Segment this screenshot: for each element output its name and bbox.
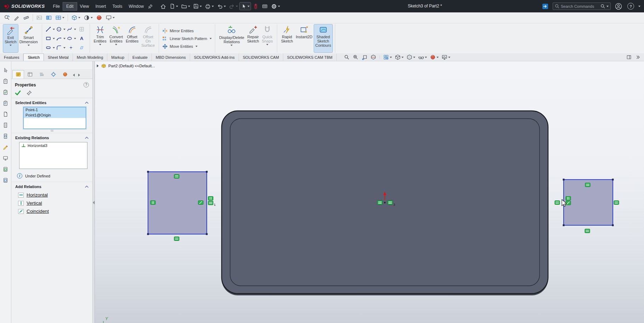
left-clipboard-button[interactable]	[2, 77, 10, 85]
existing-relations-listbox[interactable]: Horizontal3	[19, 142, 87, 169]
instant2d-button[interactable]: Instant2D	[294, 24, 314, 52]
tab-solidworks-cam-tbm[interactable]: SOLIDWORKS CAM TBM	[283, 53, 337, 61]
tab-markup[interactable]: Markup	[107, 53, 129, 61]
tab-evaluate[interactable]: Evaluate	[129, 53, 152, 61]
menu-file[interactable]: File	[50, 2, 63, 10]
circle-tool-button[interactable]	[55, 26, 63, 33]
selected-entity-item[interactable]: Point-1	[24, 107, 86, 113]
view-settings-button2[interactable]	[104, 14, 116, 22]
offset-entities-button[interactable]: Offset Entities	[124, 24, 140, 52]
edit-sketch-button[interactable]	[12, 14, 21, 22]
shaded-sketch-contours-button[interactable]: Shaded Sketch Contours	[314, 24, 333, 52]
relation-badge-vertical[interactable]	[566, 197, 571, 200]
configuration-manager-tab[interactable]	[24, 70, 36, 79]
plane-tool-button[interactable]	[78, 44, 85, 51]
property-manager-tab[interactable]	[12, 70, 24, 79]
vertex-handle[interactable]	[147, 171, 149, 173]
vertex-handle[interactable]	[206, 171, 208, 173]
left-document-gear-button[interactable]	[2, 132, 10, 140]
help-options-caret[interactable]	[638, 6, 640, 7]
menu-window[interactable]: Window	[125, 2, 147, 10]
previous-view-button[interactable]	[361, 54, 368, 61]
relation-badge-coincident[interactable]	[198, 201, 203, 205]
breadcrumb-text[interactable]: Part2 (Default) <<Default...	[108, 64, 155, 68]
slot-tool-button[interactable]	[45, 44, 52, 51]
left-clipboard-check-button[interactable]	[2, 88, 10, 96]
relation-badge-vertical[interactable]	[208, 197, 213, 200]
vertex-handle[interactable]	[612, 225, 614, 226]
sketch-picture-button[interactable]	[35, 14, 44, 22]
cam-manager-tab[interactable]	[59, 70, 71, 79]
add-vertical-relation-button[interactable]: Vertical	[17, 200, 43, 206]
save-button[interactable]	[192, 2, 203, 10]
expand-pane-button[interactable]	[626, 54, 632, 60]
tab-sheet-metal[interactable]: Sheet Metal	[44, 53, 73, 61]
display-delete-relations-button[interactable]: Display/Delete Relations	[218, 24, 246, 52]
relation-badge-horizontal[interactable]	[555, 201, 560, 205]
undo-button[interactable]	[216, 2, 227, 10]
panel-splitter[interactable]	[92, 61, 95, 323]
manager-tabs-prev-button[interactable]	[72, 72, 76, 79]
relation-badge-horizontal[interactable]	[377, 201, 382, 205]
tab-mbd-dimensions[interactable]: MBD Dimensions	[152, 53, 190, 61]
selected-entities-listbox[interactable]: Point-1 Point1@Origin	[23, 107, 86, 129]
login-button[interactable]	[614, 2, 623, 11]
add-coincident-relation-button[interactable]: Coincident	[17, 208, 50, 215]
exit-sketch-button[interactable]: Exit Sketch	[3, 24, 18, 52]
convert-entities-button[interactable]: Convert Entities	[108, 24, 125, 52]
menu-insert[interactable]: Insert	[92, 2, 109, 10]
display-style-button[interactable]	[406, 54, 416, 61]
origin-point[interactable]	[384, 202, 386, 204]
left-clipboard-copy-button[interactable]	[2, 99, 10, 107]
vertex-handle[interactable]	[563, 225, 565, 226]
vertex-handle[interactable]	[206, 233, 208, 235]
listbox-resize-grip[interactable]	[51, 130, 53, 131]
help-button[interactable]: ?	[626, 2, 635, 10]
left-monitor-button[interactable]	[2, 154, 10, 162]
linear-sketch-pattern-button[interactable]: Linear Sketch Pattern	[161, 35, 212, 42]
collapse-ribbon-button[interactable]	[634, 54, 641, 60]
left-edit-sketch-button[interactable]	[2, 143, 10, 151]
split-view-button[interactable]	[45, 14, 53, 22]
add-horizontal-relation-button[interactable]: Horizontal	[17, 192, 49, 198]
existing-relations-header[interactable]: Existing Relations	[11, 133, 92, 141]
trim-entities-button[interactable]: Trim Entities	[92, 24, 108, 52]
quick-snaps-button[interactable]: Quick Snaps	[261, 24, 274, 52]
pm-help-icon[interactable]: ?	[84, 82, 89, 87]
open-file-button[interactable]	[180, 2, 191, 10]
new-file-button[interactable]	[168, 2, 179, 10]
print-button[interactable]	[204, 2, 215, 10]
search-commands-input[interactable]	[561, 4, 599, 8]
pin-menubar-button[interactable]	[147, 3, 154, 10]
smart-dimension-button[interactable]: Smart Dimension	[18, 24, 39, 52]
menu-tools[interactable]: Tools	[109, 2, 125, 10]
search-options-caret[interactable]	[606, 6, 609, 7]
edit-appearance-button[interactable]	[429, 54, 439, 61]
relation-badge-vertical[interactable]	[150, 201, 155, 205]
relation-item[interactable]: Horizontal3	[19, 142, 87, 149]
selected-entities-header[interactable]: Selected Entities	[11, 98, 92, 106]
repair-sketch-button[interactable]: Repair Sketch	[246, 24, 261, 52]
manager-tabs-next-button[interactable]	[77, 72, 81, 79]
arc-tool-button[interactable]	[55, 35, 63, 42]
left-document-button[interactable]	[2, 110, 10, 118]
graphics-area[interactable]: 1	[95, 61, 644, 323]
offset-on-surface-button[interactable]: Offset On Surface	[140, 24, 156, 52]
relation-badge-horizontal[interactable]	[174, 175, 179, 178]
line-tool-button[interactable]	[45, 26, 52, 33]
search-magnifier-icon[interactable]	[600, 4, 605, 8]
home-button[interactable]	[159, 2, 167, 10]
zoom-area-button[interactable]	[352, 54, 359, 61]
text-tool-button[interactable]: A	[79, 35, 84, 42]
mesh-tool-button[interactable]	[78, 26, 85, 33]
splitter-collapse-arrow[interactable]	[93, 201, 95, 204]
move-entities-button[interactable]: Move Entities	[161, 43, 212, 50]
section-view-button[interactable]	[370, 54, 377, 61]
left-select-button[interactable]	[2, 66, 10, 74]
rectangle-tool-button[interactable]	[45, 35, 52, 42]
tab-sketch[interactable]: Sketch	[23, 53, 44, 61]
relation-badge-horizontal[interactable]	[208, 201, 213, 205]
display-style-button2[interactable]	[82, 14, 94, 22]
pm-pin-button[interactable]	[27, 90, 32, 96]
edit-appearance-button2[interactable]	[95, 14, 103, 22]
